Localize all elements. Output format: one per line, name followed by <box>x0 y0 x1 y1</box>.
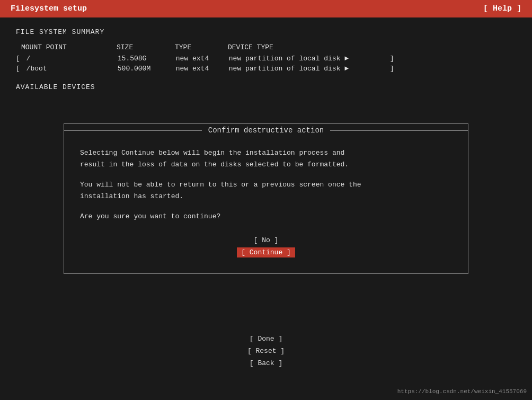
available-devices-header: AVAILABLE DEVICES <box>16 83 516 91</box>
back-button[interactable]: [ Back ] <box>250 358 282 368</box>
done-button[interactable]: [ Done ] <box>250 334 282 344</box>
watermark: https://blog.csdn.net/weixin_41557069 <box>397 388 527 395</box>
mount-point-root: / <box>22 55 118 63</box>
file-system-summary-header: FILE SYSTEM SUMMARY <box>16 28 516 36</box>
mount-point-boot: /boot <box>22 65 118 73</box>
type-root: new ext4 <box>176 55 229 63</box>
bracket-close: ] <box>390 65 394 73</box>
dialog-paragraph-3: Are you sure you want to continue? <box>80 211 452 223</box>
help-button[interactable]: [ Help ] <box>483 4 521 13</box>
type-boot: new ext4 <box>176 65 229 73</box>
dialog-paragraph-1: Selecting Continue below will begin the … <box>80 147 452 171</box>
dialog-title-bar: Confirm destructive action <box>64 124 468 137</box>
size-boot: 500.000M <box>118 65 176 73</box>
size-root: 15.508G <box>118 55 176 63</box>
col-header-size: SIZE <box>117 43 175 51</box>
row-content: /boot 500.000M new ext4 new partition of… <box>22 65 388 73</box>
table-row[interactable]: [ / 15.508G new ext4 new partition of lo… <box>16 55 516 63</box>
row-content: / 15.508G new ext4 new partition of loca… <box>22 55 388 63</box>
bracket-close: ] <box>390 55 394 63</box>
main-content: FILE SYSTEM SUMMARY MOUNT POINT SIZE TYP… <box>0 17 532 102</box>
col-header-device: DEVICE TYPE <box>228 43 387 51</box>
reset-button[interactable]: [ Reset ] <box>247 346 285 356</box>
app-title: Filesystem setup <box>11 4 87 13</box>
dialog-paragraph-2: You will not be able to return to this o… <box>80 179 452 202</box>
confirm-dialog: Confirm destructive action Selecting Con… <box>64 123 468 274</box>
device-boot: new partition of local disk ► <box>229 65 388 73</box>
dialog-body: Selecting Continue below will begin the … <box>64 137 468 273</box>
col-header-mount: MOUNT POINT <box>21 43 117 51</box>
dialog-title: Confirm destructive action <box>202 126 330 135</box>
table-headers: MOUNT POINT SIZE TYPE DEVICE TYPE <box>16 43 516 51</box>
continue-button[interactable]: [ Continue ] <box>237 247 295 257</box>
bracket-open: [ <box>16 65 20 73</box>
col-header-type: TYPE <box>175 43 228 51</box>
table-row[interactable]: [ /boot 500.000M new ext4 new partition … <box>16 65 516 73</box>
device-root: new partition of local disk ► <box>229 55 388 63</box>
bottom-buttons: [ Done ] [ Reset ] [ Back ] <box>0 334 532 368</box>
dialog-buttons: [ No ] [ Continue ] <box>80 235 452 257</box>
title-bar: Filesystem setup [ Help ] <box>0 0 532 17</box>
no-button[interactable]: [ No ] <box>250 235 283 245</box>
bracket-open: [ <box>16 55 20 63</box>
